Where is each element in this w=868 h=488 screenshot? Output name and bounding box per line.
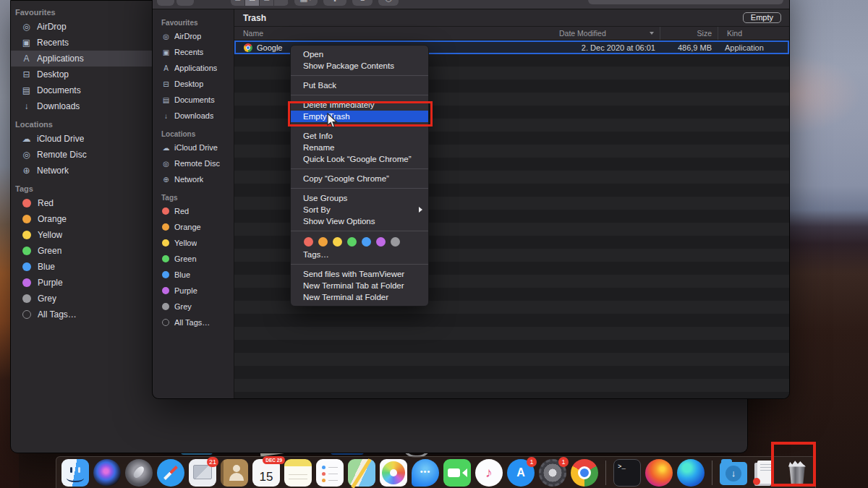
- dock-icon-finder[interactable]: [61, 459, 89, 487]
- column-header-date-modified[interactable]: Date Modified: [556, 27, 660, 40]
- view-switcher[interactable]: ▦▤▥▭: [231, 0, 289, 6]
- back-sidebar-item-applications[interactable]: AApplications: [11, 51, 153, 67]
- menu-tag-dot-6[interactable]: [391, 237, 400, 247]
- dock-icon-photos[interactable]: [380, 459, 407, 487]
- front-sidebar-item-purple[interactable]: Purple: [153, 283, 234, 299]
- menu-item-sort-by[interactable]: Sort By: [291, 204, 428, 215]
- dock-icon-calendar[interactable]: 15DEC 29: [252, 459, 280, 487]
- front-sidebar-item-network[interactable]: ⊕Network: [153, 171, 234, 187]
- dock-icon-terminal[interactable]: >_: [613, 459, 641, 487]
- back-sidebar-item-purple[interactable]: Purple: [11, 275, 153, 291]
- column-header-name[interactable]: Name: [234, 27, 556, 40]
- dock-icon-itunes[interactable]: ♪: [475, 459, 503, 487]
- dock-icon-safari[interactable]: [157, 459, 184, 487]
- back-sidebar-item-yellow[interactable]: Yellow: [11, 227, 153, 243]
- dock-icon-chrome[interactable]: [571, 459, 598, 487]
- grey-tag-icon: [162, 303, 169, 310]
- empty-trash-button[interactable]: Empty: [743, 12, 781, 23]
- dock-icon-notes[interactable]: [284, 459, 312, 487]
- back-sidebar-item-blue[interactable]: Blue: [11, 259, 153, 275]
- front-sidebar-item-grey[interactable]: Grey: [153, 299, 234, 314]
- menu-item-tags[interactable]: Tags…: [291, 249, 428, 260]
- yellow-tag-icon: [22, 231, 31, 239]
- gallery-view-icon[interactable]: ▭: [274, 0, 289, 6]
- back-sidebar-item-label: Remote Disc: [37, 150, 87, 160]
- front-sidebar-item-desktop[interactable]: ⊟Desktop: [153, 76, 234, 92]
- back-sidebar-item-network[interactable]: ⊕Network: [11, 163, 153, 179]
- column-header-size[interactable]: Size: [660, 27, 718, 40]
- dock-icon-edge[interactable]: [677, 459, 705, 487]
- menu-item-new-terminal-at-folder[interactable]: New Terminal at Folder: [291, 291, 428, 303]
- back-sidebar-item-icloud-drive[interactable]: ☁iCloud Drive: [11, 131, 153, 147]
- front-sidebar-item-blue[interactable]: Blue: [153, 267, 234, 283]
- search-field[interactable]: Search: [588, 0, 783, 4]
- menu-tag-dot-4[interactable]: [362, 237, 371, 247]
- tags-button[interactable]: ◎: [378, 0, 399, 6]
- back-sidebar-item-recents[interactable]: ▣Recents: [11, 35, 153, 51]
- menu-tag-dot-2[interactable]: [333, 237, 342, 247]
- front-sidebar-item-remote-disc[interactable]: ◎Remote Disc: [153, 155, 234, 171]
- menu-tag-dot-1[interactable]: [318, 237, 328, 247]
- front-sidebar-item-yellow[interactable]: Yellow: [153, 235, 234, 251]
- menu-item-quick-look-google-chrome[interactable]: Quick Look “Google Chrome”: [291, 153, 428, 165]
- front-sidebar-item-red[interactable]: Red: [153, 203, 234, 219]
- dock-icon-sysprefs[interactable]: 1: [539, 459, 566, 487]
- share-button[interactable]: ↥: [352, 0, 373, 6]
- dock-icon-facetime[interactable]: [443, 459, 471, 487]
- action-gear-button[interactable]: ✱: [323, 0, 346, 6]
- group-button[interactable]: ▦▾: [294, 0, 318, 6]
- dock-icon-messages[interactable]: •••: [412, 459, 439, 487]
- back-sidebar-item-documents[interactable]: ▤Documents: [11, 82, 153, 98]
- back-sidebar-item-remote-disc[interactable]: ◎Remote Disc: [11, 147, 153, 163]
- front-sidebar-item-documents[interactable]: ▤Documents: [153, 92, 234, 108]
- back-button[interactable]: ‹: [157, 0, 174, 6]
- menu-item-new-terminal-tab-at-folder[interactable]: New Terminal Tab at Folder: [291, 280, 428, 291]
- front-sidebar-item-applications[interactable]: AApplications: [153, 60, 234, 76]
- forward-button[interactable]: ›: [176, 0, 194, 6]
- menu-item-rename[interactable]: Rename: [291, 142, 428, 153]
- menu-tag-dot-0[interactable]: [304, 237, 313, 247]
- menu-item-show-package-contents[interactable]: Show Package Contents: [291, 60, 428, 72]
- menu-item-copy-google-chrome[interactable]: Copy “Google Chrome”: [291, 173, 428, 184]
- back-sidebar-item-grey[interactable]: Grey: [11, 291, 153, 307]
- menu-item-open[interactable]: Open: [291, 48, 428, 60]
- back-sidebar-item-downloads[interactable]: ↓Downloads: [11, 98, 153, 114]
- back-sidebar-item-green[interactable]: Green: [11, 243, 153, 259]
- back-sidebar-item-orange[interactable]: Orange: [11, 211, 153, 227]
- dock-icon-firefox[interactable]: [645, 459, 673, 487]
- menu-item-put-back[interactable]: Put Back: [291, 80, 428, 91]
- front-sidebar-item-airdrop[interactable]: ◎AirDrop: [153, 28, 234, 44]
- front-sidebar-item-orange[interactable]: Orange: [153, 219, 234, 235]
- menu-item-get-info[interactable]: Get Info: [291, 130, 428, 142]
- back-sidebar-item-red[interactable]: Red: [11, 195, 153, 211]
- front-sidebar-item-icloud-drive[interactable]: ☁iCloud Drive: [153, 140, 234, 155]
- dock-icon-reminders[interactable]: [316, 459, 344, 487]
- front-sidebar-item-all-tags[interactable]: All Tags…: [153, 314, 234, 330]
- front-sidebar-item-downloads[interactable]: ↓Downloads: [153, 108, 234, 124]
- documents-icon: ▤: [21, 85, 32, 96]
- front-sidebar-item-label: All Tags…: [174, 318, 210, 327]
- dock-icon-mail[interactable]: 21: [189, 459, 216, 487]
- dock-icon-downloads[interactable]: ↓: [720, 459, 747, 487]
- front-sidebar-item-recents[interactable]: ▣Recents: [153, 44, 234, 60]
- back-sidebar-item-desktop[interactable]: ⊟Desktop: [11, 67, 153, 82]
- dock-icon-appstore[interactable]: A1: [507, 459, 535, 487]
- dock-icon-siri[interactable]: [93, 459, 121, 487]
- menu-item-show-view-options[interactable]: Show View Options: [291, 215, 428, 227]
- menu-tag-dot-3[interactable]: [347, 237, 357, 247]
- back-sidebar-item-label: Desktop: [37, 69, 69, 80]
- icon-view-icon[interactable]: ▦: [231, 0, 245, 6]
- list-view-icon[interactable]: ▤: [245, 0, 260, 6]
- menu-item-use-groups[interactable]: Use Groups: [291, 192, 428, 204]
- dock-icon-maps[interactable]: [348, 459, 375, 487]
- menu-item-send-files-with-teamviewer[interactable]: Send files with TeamViewer: [291, 268, 428, 280]
- column-header-kind[interactable]: Kind: [718, 27, 789, 40]
- menu-tag-dot-5[interactable]: [376, 237, 386, 247]
- back-sidebar-item-all-tags[interactable]: All Tags…: [11, 307, 153, 322]
- dock-icon-contacts[interactable]: [221, 459, 248, 487]
- column-headers: Name Date Modified Size Kind: [234, 27, 789, 40]
- dock-icon-launchpad[interactable]: [125, 459, 153, 487]
- back-sidebar-item-airdrop[interactable]: ◎AirDrop: [11, 19, 153, 35]
- front-sidebar-item-green[interactable]: Green: [153, 251, 234, 267]
- column-view-icon[interactable]: ▥: [260, 0, 274, 6]
